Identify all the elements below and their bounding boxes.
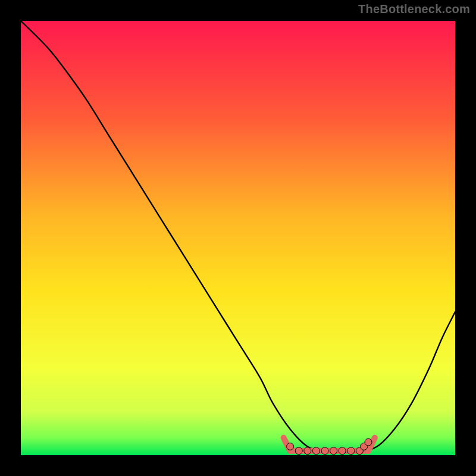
valley-marker [347,447,355,455]
watermark-text: TheBottleneck.com [358,2,470,16]
valley-marker [339,447,346,455]
valley-marker [304,447,311,455]
chart-plot-area [21,21,455,455]
valley-marker [287,443,294,450]
chart-svg [21,21,455,455]
valley-marker [365,439,372,446]
valley-marker [295,447,302,455]
chart-frame: TheBottleneck.com [0,0,476,476]
valley-marker [312,447,320,455]
valley-marker [330,447,337,455]
valley-marker [321,447,328,455]
gradient-background [21,21,455,455]
